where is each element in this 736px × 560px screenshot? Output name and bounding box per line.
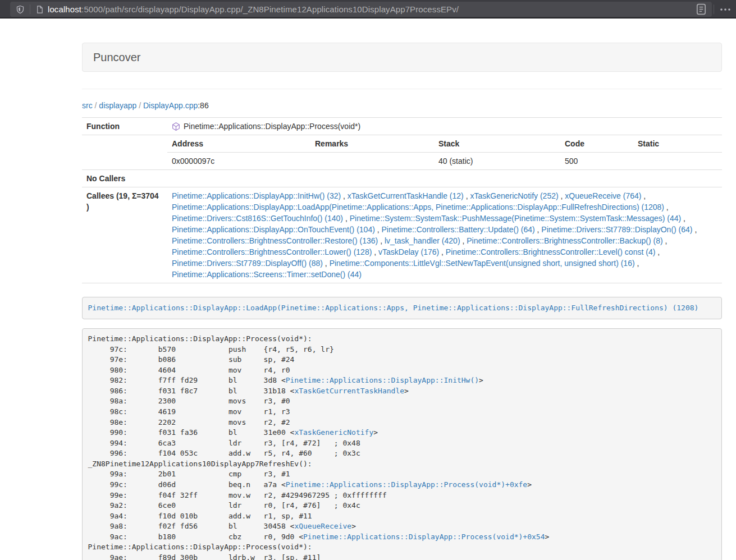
callee-link[interactable]: Pinetime::Drivers::Cst816S::GetTouchInfo… bbox=[172, 214, 343, 223]
assembly-symbol-link[interactable]: Pinetime::Applications::DisplayApp::Proc… bbox=[286, 480, 527, 489]
callers-row: No Callers bbox=[82, 170, 722, 187]
snippet-box: Pinetime::Applications::DisplayApp::Load… bbox=[82, 297, 722, 319]
col-header-stack: Stack bbox=[434, 135, 560, 153]
breadcrumb-link[interactable]: DisplayApp.cpp bbox=[143, 101, 198, 110]
function-row: Function Pinetime::Applications::Display… bbox=[82, 118, 722, 135]
callee-link[interactable]: Pinetime::System::SystemTask::PushMessag… bbox=[350, 214, 682, 223]
assembly-symbol-link[interactable]: xQueueReceive bbox=[294, 522, 351, 530]
breadcrumb: src / displayapp / DisplayApp.cpp:86 bbox=[82, 101, 722, 110]
callee-link[interactable]: xTaskGenericNotify (252) bbox=[470, 191, 558, 200]
callees-row: Callees (19, Σ=3704 ) Pinetime::Applicat… bbox=[82, 187, 722, 283]
code-value: 500 bbox=[560, 153, 633, 170]
callee-link[interactable]: Pinetime::Controllers::BrightnessControl… bbox=[467, 236, 662, 245]
function-table: Function Pinetime::Applications::Display… bbox=[82, 117, 722, 283]
callee-link[interactable]: xQueueReceive (764) bbox=[565, 191, 641, 200]
divider bbox=[82, 89, 722, 89]
page-content: Puncover src / displayapp / DisplayApp.c… bbox=[82, 43, 722, 560]
stack-value: 40 (static) bbox=[434, 153, 560, 170]
urlbar-divider bbox=[30, 4, 30, 14]
assembly-symbol-link[interactable]: xTaskGetCurrentTaskHandle bbox=[294, 387, 404, 395]
breadcrumb-separator: / bbox=[136, 101, 143, 110]
callee-link[interactable]: Pinetime::Drivers::St7789::DisplayOff() … bbox=[172, 259, 323, 268]
callee-link[interactable]: Pinetime::Applications::DisplayApp::Load… bbox=[172, 203, 664, 212]
callee-link[interactable]: Pinetime::Applications::Screens::Timer::… bbox=[172, 270, 362, 279]
callees-label: Callees (19, Σ=3704 ) bbox=[82, 187, 167, 283]
col-header-remarks: Remarks bbox=[310, 135, 434, 153]
shield-icon[interactable] bbox=[16, 5, 25, 14]
callee-link[interactable]: lv_task_handler (420) bbox=[385, 236, 460, 245]
function-name: Pinetime::Applications::DisplayApp::Proc… bbox=[184, 121, 360, 132]
stats-value-row: 0x0000097c 40 (static) 500 bbox=[167, 153, 722, 170]
assembly-symbol-link[interactable]: Pinetime::Applications::DisplayApp::Proc… bbox=[303, 533, 545, 541]
page-icon[interactable] bbox=[35, 5, 44, 14]
reader-mode-icon[interactable] bbox=[694, 3, 708, 16]
url-text: localhost:5000/path/src/displayapp/Displ… bbox=[48, 4, 689, 14]
url-path: :5000/path/src/displayapp/DisplayApp.cpp… bbox=[81, 4, 459, 14]
static-value bbox=[633, 153, 722, 170]
callee-link[interactable]: Pinetime::Controllers::BrightnessControl… bbox=[446, 247, 655, 256]
callee-link[interactable]: Pinetime::Controllers::BrightnessControl… bbox=[172, 247, 372, 256]
col-header-static: Static bbox=[633, 135, 722, 153]
remarks-value bbox=[310, 153, 434, 170]
callee-link[interactable]: Pinetime::Applications::DisplayApp::Init… bbox=[172, 191, 341, 200]
callee-link[interactable]: Pinetime::Controllers::BrightnessControl… bbox=[172, 236, 378, 245]
no-callers-label: No Callers bbox=[82, 170, 167, 187]
stats-row-spacer bbox=[82, 135, 167, 170]
assembly-code: Pinetime::Applications::DisplayApp::Proc… bbox=[88, 334, 550, 560]
callee-link[interactable]: xTaskGetCurrentTaskHandle (12) bbox=[348, 191, 464, 200]
url-bar[interactable]: localhost:5000/path/src/displayapp/Displ… bbox=[10, 2, 712, 17]
callee-link[interactable]: Pinetime::Controllers::Battery::Update()… bbox=[382, 225, 535, 234]
callee-link[interactable]: Pinetime::Applications::DisplayApp::OnTo… bbox=[172, 225, 375, 234]
snippet-link[interactable]: Pinetime::Applications::DisplayApp::Load… bbox=[88, 304, 699, 312]
breadcrumb-line-number: :86 bbox=[198, 101, 208, 110]
callee-link[interactable]: Pinetime::Drivers::St7789::DisplayOn() (… bbox=[541, 225, 692, 234]
callee-link[interactable]: vTaskDelay (176) bbox=[378, 247, 439, 256]
url-host: localhost bbox=[48, 4, 81, 14]
function-row-label: Function bbox=[82, 118, 167, 135]
assembly-symbol-link[interactable]: xTaskGenericNotify bbox=[294, 428, 373, 437]
col-header-code: Code bbox=[560, 135, 633, 153]
col-header-address: Address bbox=[167, 135, 310, 153]
callee-link[interactable]: Pinetime::Components::LittleVgl::SetNewT… bbox=[330, 259, 635, 268]
app-title: Puncover bbox=[93, 51, 141, 64]
toolbar-divider bbox=[714, 4, 714, 14]
browser-toolbar: localhost:5000/path/src/displayapp/Displ… bbox=[0, 0, 736, 19]
callees-list: Pinetime::Applications::DisplayApp::Init… bbox=[167, 187, 722, 283]
navbar: Puncover bbox=[82, 43, 722, 72]
assembly-box: Pinetime::Applications::DisplayApp::Proc… bbox=[82, 328, 722, 560]
stats-table: Address Remarks Stack Code Static 0x0000… bbox=[167, 135, 722, 169]
stats-header-row: Address Remarks Stack Code Static bbox=[167, 135, 722, 153]
callers-cell bbox=[167, 170, 722, 187]
address-value: 0x0000097c bbox=[167, 153, 310, 170]
breadcrumb-link[interactable]: src bbox=[82, 101, 93, 110]
stats-row: Address Remarks Stack Code Static 0x0000… bbox=[82, 135, 722, 170]
breadcrumb-link[interactable]: displayapp bbox=[99, 101, 136, 110]
symbol-cube-icon bbox=[172, 122, 180, 131]
assembly-symbol-link[interactable]: Pinetime::Applications::DisplayApp::Init… bbox=[286, 376, 479, 384]
breadcrumb-separator: / bbox=[93, 101, 99, 110]
menu-dots-icon[interactable] bbox=[719, 0, 732, 19]
